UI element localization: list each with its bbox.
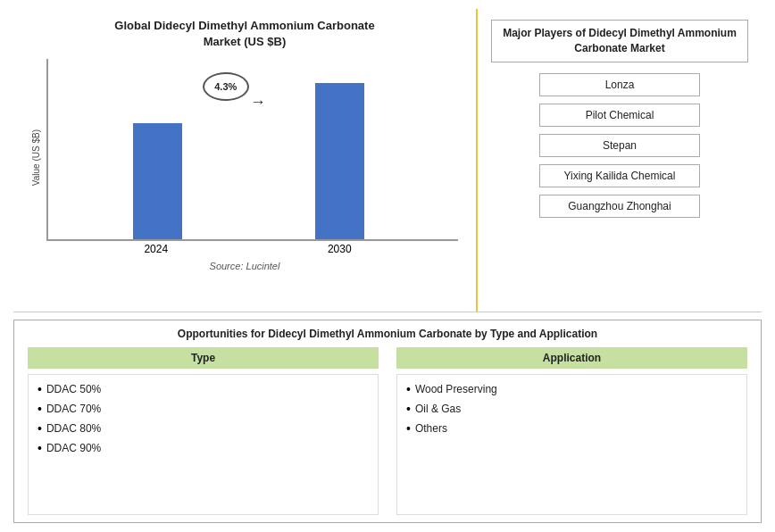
player-pilot-chemical: Pilot Chemical <box>539 104 700 127</box>
app-bullet-1: • <box>406 382 411 396</box>
application-header: Application <box>396 347 747 369</box>
type-column: Type • DDAC 50% • DDAC 70% • DDAC 80% <box>28 347 379 515</box>
type-header: Type <box>28 347 379 369</box>
bottom-columns: Type • DDAC 50% • DDAC 70% • DDAC 80% <box>28 347 747 515</box>
bullet-3: • <box>38 421 42 436</box>
type-item-4: • DDAC 90% <box>38 438 369 458</box>
source-text: Source: Lucintel <box>210 261 280 271</box>
player-guangzhou: Guangzhou Zhonghai <box>539 195 700 218</box>
bars-container: 4.3% → <box>46 59 458 241</box>
player-yixing: Yixing Kailida Chemical <box>539 164 700 187</box>
app-item-3: • Others <box>406 419 738 438</box>
app-bullet-3: • <box>406 421 411 436</box>
bar-2030 <box>315 83 364 239</box>
x-label-2030: 2030 <box>328 243 352 255</box>
application-column: Application • Wood Preserving • Oil & Ga… <box>396 347 747 515</box>
bullet-2: • <box>38 402 42 416</box>
opportunities-title: Opportunities for Didecyl Dimethyl Ammon… <box>28 328 747 340</box>
players-title: Major Players of Didecyl Dimethyl Ammoni… <box>491 20 748 62</box>
bullet-4: • <box>38 441 42 455</box>
chart-inner: 4.3% → 2024 2030 <box>46 59 458 255</box>
type-item-2: • DDAC 70% <box>38 399 369 419</box>
application-items: • Wood Preserving • Oil & Gas • Others <box>396 374 747 515</box>
chart-title: Global Didecyl Dimethyl Ammonium Carbona… <box>114 18 374 50</box>
app-bullet-2: • <box>406 402 411 416</box>
main-container: Global Didecyl Dimethyl Ammonium Carbona… <box>0 0 775 532</box>
chart-wrapper: Value (US $B) 4.3% → <box>31 59 458 255</box>
player-stepan: Stepan <box>539 134 700 157</box>
app-item-1: • Wood Preserving <box>406 379 738 399</box>
type-item-3: • DDAC 80% <box>38 419 369 438</box>
bar-group-2030 <box>315 83 364 239</box>
type-item-1: • DDAC 50% <box>38 379 369 399</box>
y-axis-label: Value (US $B) <box>31 129 41 186</box>
x-label-2024: 2024 <box>144 243 168 255</box>
cagr-bubble: 4.3% <box>203 72 249 101</box>
players-area: Major Players of Didecyl Dimethyl Ammoni… <box>478 9 762 312</box>
cagr-arrow: → <box>250 93 266 112</box>
player-lonza: Lonza <box>539 73 700 96</box>
bar-group-2024 <box>133 123 182 239</box>
type-items: • DDAC 50% • DDAC 70% • DDAC 80% • DDAC … <box>28 374 379 515</box>
chart-area: Global Didecyl Dimethyl Ammonium Carbona… <box>13 9 478 312</box>
bullet-1: • <box>38 382 42 396</box>
bar-2024 <box>133 123 182 239</box>
top-section: Global Didecyl Dimethyl Ammonium Carbona… <box>13 9 762 312</box>
app-item-2: • Oil & Gas <box>406 399 738 419</box>
x-axis-labels: 2024 2030 <box>46 241 458 255</box>
bottom-section: Opportunities for Didecyl Dimethyl Ammon… <box>13 320 762 523</box>
